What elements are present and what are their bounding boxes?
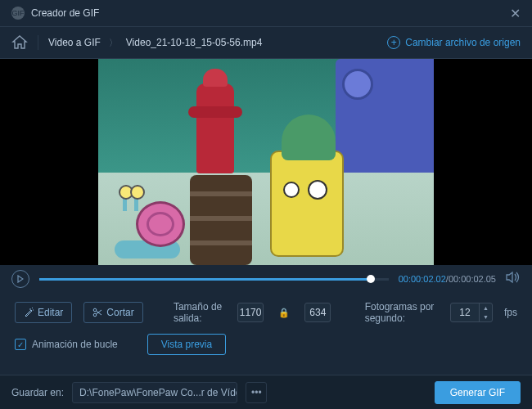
- current-time: 00:00:02.02: [399, 274, 446, 284]
- fps-down-icon[interactable]: ▼: [480, 312, 492, 321]
- output-size-label: Tamaño de salida:: [174, 301, 226, 324]
- magic-wand-icon: [24, 308, 34, 317]
- edit-button[interactable]: Editar: [15, 302, 72, 323]
- time-display: 00:00:02.02/00:00:02.05: [399, 274, 496, 284]
- divider: [38, 35, 38, 50]
- cut-button[interactable]: Cortar: [83, 302, 142, 323]
- volume-icon[interactable]: [506, 271, 521, 287]
- loop-label: Animación de bucle: [32, 339, 118, 350]
- edit-label: Editar: [38, 307, 63, 318]
- fps-up-icon[interactable]: ▲: [480, 303, 492, 312]
- change-source-label: Cambiar archivo de origen: [405, 37, 521, 48]
- breadcrumb-file: Video_21-10-18_15-05-56.mp4: [126, 37, 263, 48]
- check-icon: ✓: [15, 339, 26, 350]
- play-button[interactable]: [11, 270, 29, 288]
- save-to-label: Guardar en:: [11, 387, 64, 398]
- app-icon: GIF: [11, 7, 25, 20]
- ellipsis-icon: •••: [251, 387, 262, 398]
- chevron-right-icon: 〉: [109, 37, 118, 49]
- browse-button[interactable]: •••: [246, 382, 267, 403]
- fps-label: Fotogramas por segundo:: [365, 301, 439, 324]
- lock-aspect-icon[interactable]: 🔒: [278, 308, 290, 318]
- save-path-field[interactable]: D:\FonePaw\FonePaw Co...r de Vídeos\GIF …: [72, 382, 237, 403]
- height-input[interactable]: 634: [304, 303, 331, 322]
- generate-gif-button[interactable]: Generar GIF: [435, 381, 521, 404]
- window-title: Creador de GIF: [31, 7, 510, 19]
- loop-checkbox[interactable]: ✓ Animación de bucle: [15, 339, 118, 350]
- fps-unit: fps: [504, 307, 517, 318]
- change-source-button[interactable]: + Cambiar archivo de origen: [387, 36, 521, 49]
- close-icon[interactable]: ✕: [510, 6, 521, 21]
- total-time: 00:00:02.05: [449, 274, 496, 284]
- seek-slider[interactable]: [39, 278, 389, 281]
- scissors-icon: [92, 308, 102, 317]
- preview-label: Vista previa: [161, 339, 212, 350]
- fps-value: 12: [451, 307, 479, 318]
- width-input[interactable]: 1170: [237, 303, 264, 322]
- svg-point-0: [94, 308, 97, 312]
- cut-label: Cortar: [106, 307, 133, 318]
- home-button[interactable]: [11, 35, 28, 50]
- preview-button[interactable]: Vista previa: [147, 334, 226, 355]
- video-preview: [0, 59, 532, 265]
- fps-stepper[interactable]: 12 ▲ ▼: [450, 303, 493, 322]
- plus-circle-icon: +: [387, 36, 400, 49]
- preview-frame: [98, 59, 434, 265]
- svg-point-1: [94, 313, 97, 317]
- generate-label: Generar GIF: [450, 387, 505, 398]
- breadcrumb-root[interactable]: Video a GIF: [48, 37, 101, 48]
